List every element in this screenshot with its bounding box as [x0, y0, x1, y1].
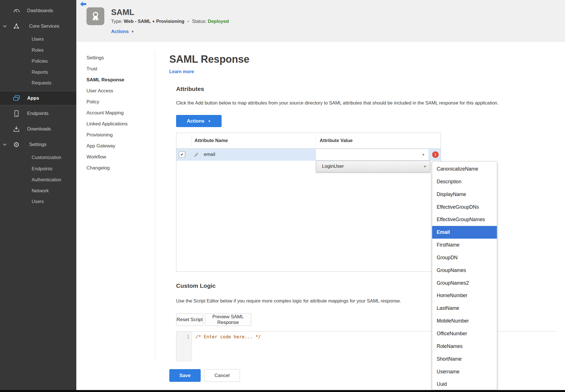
sidebar-item-label: Reports: [32, 69, 48, 75]
chevron-down-icon[interactable]: [3, 25, 7, 28]
sidebar-item-reports[interactable]: Reports: [0, 66, 76, 78]
menu-option-mobilenumber[interactable]: MobileNumber: [432, 315, 497, 327]
column-separator: [315, 135, 316, 147]
sidebar-item-dashboards[interactable]: Dashboards: [0, 5, 76, 16]
subnav-item-account-mapping[interactable]: Account Mapping: [86, 107, 151, 118]
menu-option-groupnames[interactable]: GroupNames: [432, 264, 497, 277]
saml-app-icon: [86, 7, 104, 25]
sidebar-item-label: Endpoints: [32, 166, 52, 171]
sidebar-item-label: Roles: [32, 47, 44, 53]
sidebar-item-apps[interactable]: Apps: [0, 91, 76, 105]
chevron-down-icon[interactable]: [3, 143, 7, 146]
core-services-icon: [12, 23, 20, 30]
sidebar-item-downloads[interactable]: Downloads: [0, 123, 76, 135]
cancel-button[interactable]: Cancel: [204, 369, 240, 382]
meta-separator: •: [186, 19, 191, 24]
gear-icon: ⚙: [12, 141, 20, 148]
apps-icon: [12, 95, 20, 102]
sidebar-item-authentication[interactable]: Authentication: [0, 174, 76, 185]
learn-more-link[interactable]: Learn more: [169, 69, 194, 74]
app-subnav: Settings Trust SAML Response User Access…: [86, 52, 151, 173]
device-icon: [12, 110, 20, 117]
back-arrow-icon[interactable]: [80, 1, 87, 7]
menu-option-shortname[interactable]: ShortName: [432, 353, 497, 365]
menu-option-firstname[interactable]: FirstName: [432, 239, 497, 251]
sidebar-item-label: Policies: [32, 58, 48, 64]
sidebar-item-roles[interactable]: Roles: [0, 44, 76, 56]
sidebar-item-network[interactable]: Network: [0, 185, 76, 196]
sidebar-item-label: Settings: [29, 142, 46, 147]
subnav-item-policy[interactable]: Policy: [86, 96, 151, 107]
subnav-item-trust[interactable]: Trust: [86, 63, 151, 74]
sidebar-item-users-settings[interactable]: Users: [0, 196, 76, 207]
menu-option-lastname[interactable]: LastName: [432, 302, 497, 315]
sidebar-item-label: Users: [32, 36, 44, 42]
header-actions-dropdown[interactable]: Actions▼: [111, 29, 134, 34]
subnav-item-user-access[interactable]: User Access: [86, 85, 151, 96]
sidebar-item-label: Customization: [32, 155, 61, 160]
sidebar-item-label: Authentication: [32, 177, 61, 182]
editor-code-line: /* Enter code here... */: [196, 334, 261, 339]
sidebar-item-endpoints-settings[interactable]: Endpoints: [0, 163, 76, 174]
menu-option-email[interactable]: Email: [432, 226, 497, 239]
menu-option-groupnames2[interactable]: GroupNames2: [432, 277, 497, 289]
type-value: Web - SAML + Provisioning: [124, 19, 184, 24]
menu-option-canonicalizename[interactable]: CanonicalizeName: [432, 163, 497, 175]
menu-option-effectivegroupnames[interactable]: EffectiveGroupNames: [432, 213, 497, 226]
edit-pencil-icon[interactable]: [194, 152, 199, 157]
column-header-attribute-value: Attribute Value: [320, 138, 352, 143]
menu-option-homenumber[interactable]: HomeNumber: [432, 289, 497, 302]
editor-gutter: 1: [176, 332, 192, 362]
window-bottom-edge: [0, 390, 565, 392]
menu-option-username[interactable]: Username: [432, 365, 497, 378]
sidebar-item-customization[interactable]: Customization: [0, 152, 76, 163]
subnav-item-provisioning[interactable]: Provisioning: [86, 129, 151, 140]
row-checkbox[interactable]: ✔: [179, 151, 185, 158]
download-icon: [12, 125, 20, 133]
sidebar-item-policies[interactable]: Policies: [0, 55, 76, 67]
subnav-item-linked-applications[interactable]: Linked Applications: [86, 118, 151, 129]
menu-option-groupdn[interactable]: GroupDN: [432, 251, 497, 264]
attribute-value-dropdown[interactable]: ▼: [316, 149, 429, 160]
sidebar-item-endpoints[interactable]: Endpoints: [0, 108, 76, 119]
sidebar-item-requests[interactable]: Requests: [0, 77, 76, 88]
menu-option-uuid[interactable]: Uuid: [432, 378, 497, 390]
custom-logic-heading: Custom Logic: [176, 282, 216, 289]
sidebar-item-users[interactable]: Users: [0, 33, 76, 45]
reset-script-button[interactable]: Reset Script: [176, 313, 203, 326]
attributes-actions-button[interactable]: Actions▼: [176, 115, 222, 127]
sidebar-item-label: Downloads: [27, 126, 51, 132]
value-menu-root-label: LoginUser: [322, 164, 344, 169]
subnav-item-saml-response[interactable]: SAML Response: [86, 74, 151, 85]
menu-option-officenumber[interactable]: OfficeNumber: [432, 327, 497, 340]
actions-button-label: Actions: [187, 118, 204, 124]
sidebar-item-label: Apps: [27, 95, 39, 101]
app-header: SAML Type: Web - SAML + Provisioning • S…: [76, 0, 565, 42]
column-separator: [192, 135, 192, 147]
caret-down-icon: ▼: [422, 153, 425, 157]
subnav-item-settings[interactable]: Settings: [86, 52, 151, 63]
page-title: SAML Response: [169, 53, 249, 65]
menu-option-displayname[interactable]: DisplayName: [432, 188, 497, 201]
gauge-icon: [12, 7, 20, 14]
subnav-item-app-gateway[interactable]: App Gateway: [86, 140, 151, 151]
attribute-name-cell: email: [204, 152, 215, 157]
preview-saml-response-button[interactable]: Preview SAML Response: [205, 313, 251, 326]
subnav-item-changelog[interactable]: Changelog: [86, 162, 151, 173]
error-mark: !: [435, 152, 436, 157]
subnav-item-workflow[interactable]: Workflow: [86, 151, 151, 162]
sidebar-item-settings[interactable]: ⚙ Settings: [0, 139, 76, 150]
script-editor[interactable]: 1 /* Enter code here... */: [176, 331, 557, 362]
menu-option-rolenames[interactable]: RoleNames: [432, 340, 497, 353]
type-label: Type:: [111, 19, 122, 24]
sidebar-item-label: Core Services: [29, 23, 59, 29]
sidebar-item-label: Requests: [32, 80, 51, 86]
table-row[interactable]: ✔ email ▼ !: [176, 149, 441, 161]
save-button[interactable]: Save: [169, 369, 201, 382]
error-icon: !: [432, 151, 439, 158]
menu-option-description[interactable]: Description: [432, 175, 497, 188]
attributes-heading: Attributes: [176, 86, 204, 92]
sidebar-item-core-services[interactable]: Core Services: [0, 21, 76, 32]
value-menu-root-loginuser[interactable]: LoginUser ▶: [316, 161, 430, 172]
menu-option-effectivegroupdns[interactable]: EffectiveGroupDNs: [432, 201, 497, 214]
